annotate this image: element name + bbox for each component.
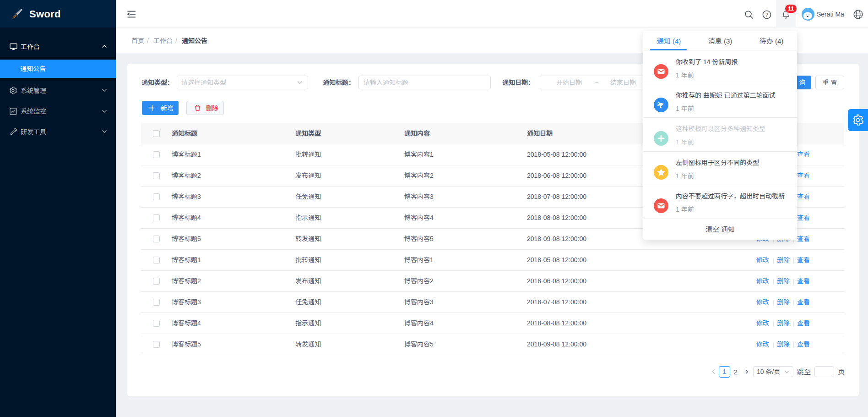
svg-text:?: ? xyxy=(765,12,768,17)
